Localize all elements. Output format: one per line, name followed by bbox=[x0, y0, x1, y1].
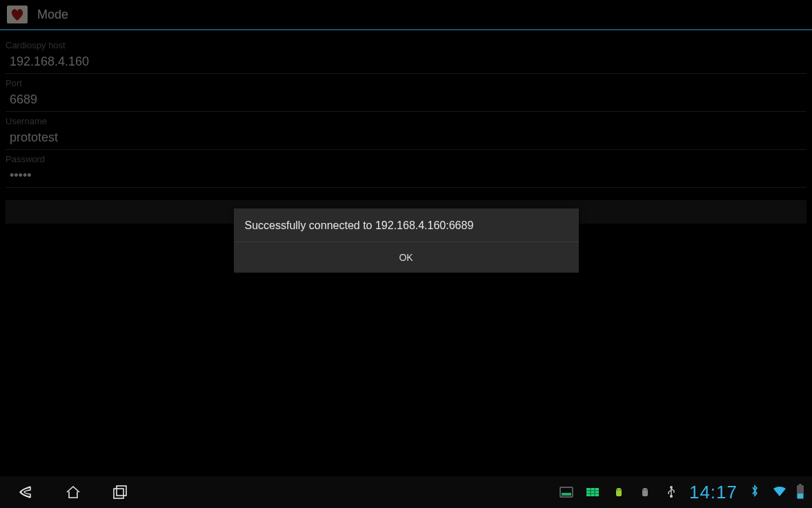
svg-point-14 bbox=[671, 496, 673, 498]
svg-point-12 bbox=[643, 489, 644, 491]
system-navbar: 14:17 bbox=[0, 476, 812, 508]
debug-tray-icon bbox=[637, 484, 653, 500]
svg-rect-1 bbox=[114, 489, 123, 498]
status-tray[interactable]: 14:17 bbox=[558, 482, 804, 503]
wifi-icon bbox=[772, 485, 787, 500]
dialog-message: Successfully connected to 192.168.4.160:… bbox=[234, 208, 579, 242]
svg-point-11 bbox=[620, 489, 621, 491]
usb-tray-icon bbox=[663, 484, 680, 500]
svg-point-13 bbox=[646, 489, 647, 491]
svg-point-10 bbox=[617, 489, 618, 491]
recent-apps-icon[interactable] bbox=[110, 482, 130, 502]
battery-icon bbox=[797, 485, 804, 499]
android-tray-icon bbox=[611, 484, 627, 500]
svg-rect-2 bbox=[117, 486, 126, 496]
back-icon[interactable] bbox=[17, 482, 36, 502]
dialog-ok-button[interactable]: OK bbox=[234, 242, 579, 273]
connection-dialog: Successfully connected to 192.168.4.160:… bbox=[234, 208, 579, 273]
svg-rect-4 bbox=[562, 493, 571, 496]
bluetooth-icon bbox=[750, 484, 760, 501]
screenshot-tray-icon bbox=[558, 484, 575, 500]
clock: 14:17 bbox=[689, 482, 737, 503]
modal-overlay: Successfully connected to 192.168.4.160:… bbox=[0, 0, 812, 508]
nav-buttons bbox=[17, 482, 130, 502]
svg-rect-5 bbox=[586, 488, 599, 496]
home-icon[interactable] bbox=[63, 482, 83, 502]
keyboard-tray-icon bbox=[584, 484, 601, 500]
svg-point-15 bbox=[671, 487, 672, 488]
